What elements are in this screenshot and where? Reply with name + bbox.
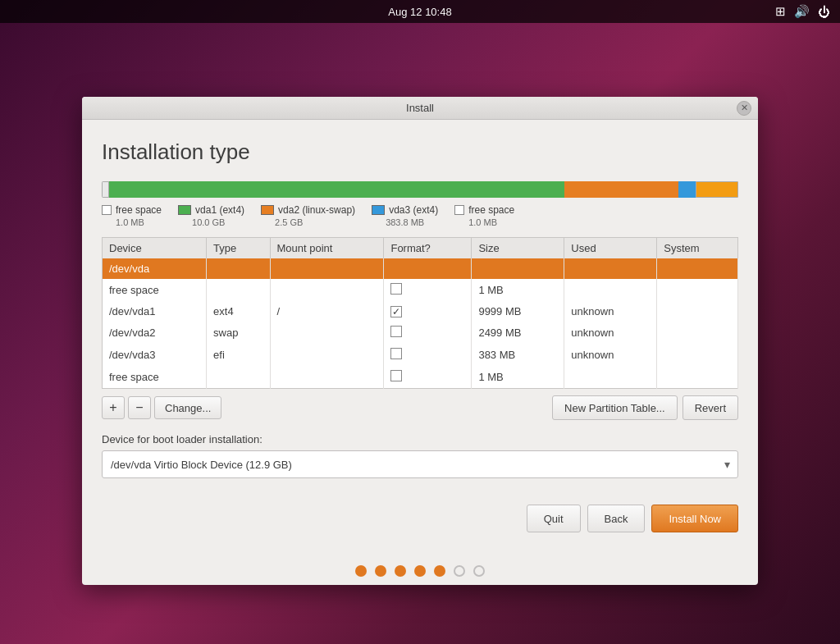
col-header-used: Used [564, 238, 657, 259]
col-header-type: Type [207, 238, 270, 259]
cell-size: 9999 MB [472, 301, 564, 322]
cell-format[interactable] [384, 366, 472, 389]
cell-device: /dev/vda3 [103, 344, 207, 366]
revert-button[interactable]: Revert [682, 395, 738, 420]
cell-device: free space [103, 366, 207, 389]
cell-device: free space [103, 279, 207, 301]
cell-mount [270, 258, 384, 279]
table-row[interactable]: /dev/vda3efi383 MBunknown [103, 344, 738, 366]
table-row[interactable]: /dev/vda [103, 258, 738, 279]
remove-partition-button[interactable]: − [128, 396, 151, 419]
col-header-device: Device [103, 238, 207, 259]
cell-used: unknown [564, 301, 657, 322]
taskbar-datetime: Aug 12 10:48 [388, 6, 451, 18]
table-row[interactable]: /dev/vda1ext4/✓9999 MBunknown [103, 301, 738, 322]
cell-system [657, 279, 738, 301]
disk-segment-freespace1 [102, 181, 109, 198]
toolbar-left: + − Change... [102, 396, 221, 419]
cell-used: unknown [564, 322, 657, 344]
volume-icon[interactable]: 🔊 [794, 4, 810, 19]
table-row[interactable]: /dev/vda2swap2499 MBunknown [103, 322, 738, 344]
partition-table: Device Type Mount point Format? Size Use… [102, 237, 738, 389]
quit-button[interactable]: Quit [527, 505, 581, 532]
dialog-content: Installation type free space 1.0 MB [82, 120, 758, 495]
legend-color-vda2 [261, 205, 274, 215]
dialog-footer: Quit Back Install Now [82, 495, 758, 549]
add-partition-button[interactable]: + [102, 396, 125, 419]
page-title: Installation type [102, 139, 738, 165]
cell-device: /dev/vda1 [103, 301, 207, 322]
progress-dot-7 [473, 565, 485, 577]
install-now-button[interactable]: Install Now [651, 505, 738, 532]
cell-size [472, 258, 564, 279]
cell-type [207, 258, 270, 279]
dialog-titlebar: Install ✕ [82, 97, 758, 120]
taskbar-center: Aug 12 10:48 [388, 6, 451, 18]
cell-type [207, 279, 270, 301]
close-button[interactable]: ✕ [737, 101, 751, 116]
cell-format[interactable] [384, 258, 472, 279]
partition-toolbar: + − Change... New Partition Table... Rev… [102, 395, 738, 420]
cell-type: ext4 [207, 301, 270, 322]
cell-format[interactable] [384, 344, 472, 366]
legend-item-vda1: vda1 (ext4) 10.0 GB [178, 204, 244, 227]
legend-checkbox-fs1[interactable] [102, 205, 112, 215]
cell-mount [270, 344, 384, 366]
cell-used [564, 279, 657, 301]
toolbar-right: New Partition Table... Revert [552, 395, 738, 420]
cell-used: unknown [564, 344, 657, 366]
cell-device: /dev/vda2 [103, 322, 207, 344]
cell-device: /dev/vda [103, 258, 207, 279]
cell-system [657, 258, 738, 279]
legend-color-vda3 [372, 205, 385, 215]
cell-system [657, 301, 738, 322]
disk-legend: free space 1.0 MB vda1 (ext4) 10.0 GB vd… [102, 204, 738, 227]
bootloader-select[interactable]: /dev/vda Virtio Block Device (12.9 GB) [102, 450, 738, 478]
cell-mount [270, 366, 384, 389]
cell-mount [270, 279, 384, 301]
legend-color-vda1 [178, 205, 191, 215]
disk-segment-freespace2 [696, 181, 738, 198]
taskbar: Aug 12 10:48 ⊞ 🔊 ⏻ [0, 0, 840, 23]
disk-bar [102, 181, 738, 198]
cell-used [564, 366, 657, 389]
legend-item-vda2: vda2 (linux-swap) 2.5 GB [261, 204, 355, 227]
cell-format[interactable] [384, 322, 472, 344]
bootloader-label: Device for boot loader installation: [102, 433, 738, 445]
col-header-system: System [657, 238, 738, 259]
cell-used [564, 258, 657, 279]
change-partition-button[interactable]: Change... [154, 396, 221, 419]
bootloader-select-wrapper[interactable]: /dev/vda Virtio Block Device (12.9 GB) [102, 450, 738, 478]
table-header-row: Device Type Mount point Format? Size Use… [103, 238, 738, 259]
progress-dot-4 [414, 565, 426, 577]
table-row[interactable]: free space1 MB [103, 279, 738, 301]
legend-item-freespace1: free space 1.0 MB [102, 204, 162, 227]
progress-dot-1 [355, 565, 367, 577]
cell-system [657, 366, 738, 389]
cell-type: efi [207, 344, 270, 366]
network-icon[interactable]: ⊞ [775, 4, 786, 19]
cell-mount: / [270, 301, 384, 322]
legend-checkbox-fs2[interactable] [454, 205, 464, 215]
progress-dots [82, 549, 758, 585]
dialog-title: Install [406, 102, 434, 114]
cell-mount [270, 322, 384, 344]
cell-format[interactable]: ✓ [384, 301, 472, 322]
power-icon[interactable]: ⏻ [818, 5, 830, 19]
back-button[interactable]: Back [587, 505, 646, 532]
col-header-mount: Mount point [270, 238, 384, 259]
cell-size: 1 MB [472, 279, 564, 301]
legend-item-freespace2: free space 1.0 MB [454, 204, 514, 227]
new-partition-table-button[interactable]: New Partition Table... [552, 395, 678, 420]
col-header-format: Format? [384, 238, 472, 259]
disk-bar-container: free space 1.0 MB vda1 (ext4) 10.0 GB vd… [102, 181, 738, 227]
cell-system [657, 322, 738, 344]
progress-dot-3 [395, 565, 406, 577]
cell-type [207, 366, 270, 389]
table-row[interactable]: free space1 MB [103, 366, 738, 389]
progress-dot-5 [434, 565, 445, 577]
taskbar-right: ⊞ 🔊 ⏻ [775, 4, 830, 19]
cell-format[interactable] [384, 279, 472, 301]
install-dialog: Install ✕ Installation type free space [82, 97, 758, 585]
progress-dot-2 [375, 565, 386, 577]
